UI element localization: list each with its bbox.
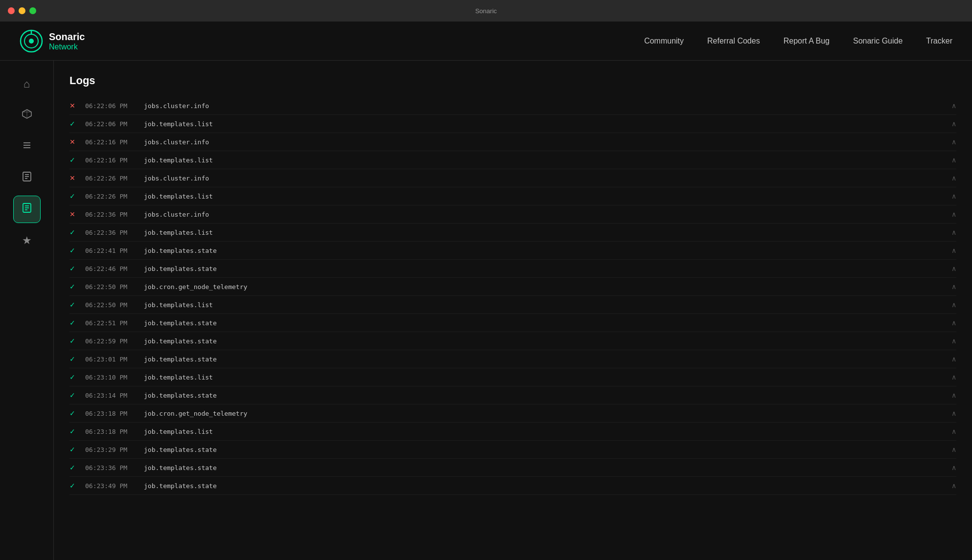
chevron-up-icon[interactable]: ∧ (942, 174, 956, 182)
sidebar: ⌂ (0, 61, 54, 560)
chevron-up-icon[interactable]: ∧ (942, 192, 956, 200)
log-timestamp: 06:22:26 PM (85, 175, 144, 182)
chevron-up-icon[interactable]: ∧ (942, 265, 956, 272)
traffic-lights (8, 7, 36, 14)
nav-tracker[interactable]: Tracker (926, 37, 952, 45)
log-message: job.templates.list (144, 301, 942, 309)
success-icon: ✓ (69, 319, 79, 327)
success-icon: ✓ (69, 156, 79, 164)
chevron-up-icon[interactable]: ∧ (942, 102, 956, 110)
chevron-up-icon[interactable]: ∧ (942, 319, 956, 327)
chevron-up-icon[interactable]: ∧ (942, 120, 956, 128)
log-entry[interactable]: ✓06:23:10 PMjob.templates.list∧ (69, 368, 956, 386)
chevron-up-icon[interactable]: ∧ (942, 482, 956, 490)
app-subtitle: Network (49, 43, 85, 51)
sidebar-item-home[interactable]: ⌂ (13, 70, 41, 98)
log-message: job.templates.list (144, 229, 942, 236)
sidebar-item-rewards[interactable]: ★ (13, 227, 41, 254)
log-timestamp: 06:22:06 PM (85, 102, 144, 110)
success-icon: ✓ (69, 265, 79, 272)
log-entry[interactable]: ✓06:22:50 PMjob.cron.get_node_telemetry∧ (69, 278, 956, 296)
minimize-button[interactable] (19, 7, 25, 14)
log-entry[interactable]: ✕06:22:36 PMjobs.cluster.info∧ (69, 205, 956, 224)
log-entry[interactable]: ✓06:22:59 PMjob.templates.state∧ (69, 332, 956, 350)
sidebar-item-templates[interactable] (13, 164, 41, 192)
success-icon: ✓ (69, 373, 79, 381)
log-timestamp: 06:22:46 PM (85, 265, 144, 272)
sidebar-item-jobs[interactable] (13, 133, 41, 160)
chevron-up-icon[interactable]: ∧ (942, 138, 956, 146)
chevron-up-icon[interactable]: ∧ (942, 228, 956, 236)
log-timestamp: 06:23:01 PM (85, 356, 144, 363)
log-entry[interactable]: ✓06:23:01 PMjob.templates.state∧ (69, 350, 956, 368)
nav-referral-codes[interactable]: Referral Codes (707, 37, 760, 45)
log-entry[interactable]: ✓06:23:29 PMjob.templates.state∧ (69, 441, 956, 459)
chevron-up-icon[interactable]: ∧ (942, 409, 956, 417)
content-area: Logs ✕06:22:06 PMjobs.cluster.info∧✓06:2… (54, 61, 972, 560)
maximize-button[interactable] (29, 7, 36, 14)
success-icon: ✓ (69, 120, 79, 128)
log-timestamp: 06:22:06 PM (85, 120, 144, 128)
log-entry[interactable]: ✓06:22:16 PMjob.templates.list∧ (69, 151, 956, 169)
chevron-up-icon[interactable]: ∧ (942, 210, 956, 218)
log-entry[interactable]: ✓06:23:14 PMjob.templates.state∧ (69, 386, 956, 404)
nav-sonaric-guide[interactable]: Sonaric Guide (853, 37, 903, 45)
log-message: job.templates.state (144, 482, 942, 490)
log-entry[interactable]: ✓06:22:50 PMjob.templates.list∧ (69, 296, 956, 314)
nav-community[interactable]: Community (644, 37, 684, 45)
log-entry[interactable]: ✓06:23:36 PMjob.templates.state∧ (69, 459, 956, 477)
log-timestamp: 06:22:50 PM (85, 301, 144, 309)
log-entry[interactable]: ✓06:22:46 PMjob.templates.state∧ (69, 260, 956, 278)
chevron-up-icon[interactable]: ∧ (942, 156, 956, 164)
log-timestamp: 06:22:36 PM (85, 229, 144, 236)
document-icon (22, 171, 32, 185)
log-entry[interactable]: ✓06:22:51 PMjob.templates.state∧ (69, 314, 956, 332)
chevron-up-icon[interactable]: ∧ (942, 246, 956, 254)
log-timestamp: 06:23:18 PM (85, 410, 144, 417)
success-icon: ✓ (69, 427, 79, 435)
log-message: job.templates.list (144, 428, 942, 435)
log-entry[interactable]: ✓06:22:41 PMjob.templates.state∧ (69, 242, 956, 260)
success-icon: ✓ (69, 283, 79, 291)
sidebar-item-nodes[interactable] (13, 102, 41, 129)
log-timestamp: 06:22:51 PM (85, 319, 144, 327)
chevron-up-icon[interactable]: ∧ (942, 464, 956, 471)
chevron-up-icon[interactable]: ∧ (942, 283, 956, 291)
app-name: Sonaric (49, 31, 85, 43)
chevron-up-icon[interactable]: ∧ (942, 446, 956, 453)
log-message: job.templates.state (144, 392, 942, 399)
chevron-up-icon[interactable]: ∧ (942, 337, 956, 345)
log-message: job.templates.list (144, 374, 942, 381)
log-entry[interactable]: ✓06:22:06 PMjob.templates.list∧ (69, 115, 956, 133)
chevron-up-icon[interactable]: ∧ (942, 355, 956, 363)
close-button[interactable] (8, 7, 15, 14)
nav-report-bug[interactable]: Report A Bug (784, 37, 830, 45)
success-icon: ✓ (69, 409, 79, 417)
chevron-up-icon[interactable]: ∧ (942, 391, 956, 399)
chevron-up-icon[interactable]: ∧ (942, 373, 956, 381)
main-layout: ⌂ (0, 61, 972, 560)
success-icon: ✓ (69, 337, 79, 345)
chevron-up-icon[interactable]: ∧ (942, 301, 956, 309)
log-message: job.templates.state (144, 247, 942, 254)
log-entry[interactable]: ✓06:23:18 PMjob.cron.get_node_telemetry∧ (69, 404, 956, 423)
log-message: job.templates.state (144, 265, 942, 272)
log-message: job.cron.get_node_telemetry (144, 283, 942, 291)
log-message: job.templates.state (144, 319, 942, 327)
log-message: jobs.cluster.info (144, 138, 942, 146)
chevron-up-icon[interactable]: ∧ (942, 427, 956, 435)
log-timestamp: 06:22:41 PM (85, 247, 144, 254)
success-icon: ✓ (69, 246, 79, 254)
success-icon: ✓ (69, 301, 79, 309)
log-entry[interactable]: ✕06:22:26 PMjobs.cluster.info∧ (69, 169, 956, 187)
log-timestamp: 06:22:50 PM (85, 283, 144, 291)
log-entry[interactable]: ✓06:23:18 PMjob.templates.list∧ (69, 423, 956, 441)
log-entry[interactable]: ✓06:22:26 PMjob.templates.list∧ (69, 187, 956, 205)
cube-icon (22, 109, 32, 122)
log-entry[interactable]: ✕06:22:16 PMjobs.cluster.info∧ (69, 133, 956, 151)
log-entry[interactable]: ✓06:23:49 PMjob.templates.state∧ (69, 477, 956, 495)
log-entry[interactable]: ✕06:22:06 PMjobs.cluster.info∧ (69, 97, 956, 115)
log-entry[interactable]: ✓06:22:36 PMjob.templates.list∧ (69, 224, 956, 242)
log-message: job.templates.list (144, 120, 942, 128)
sidebar-item-logs[interactable] (13, 196, 41, 223)
